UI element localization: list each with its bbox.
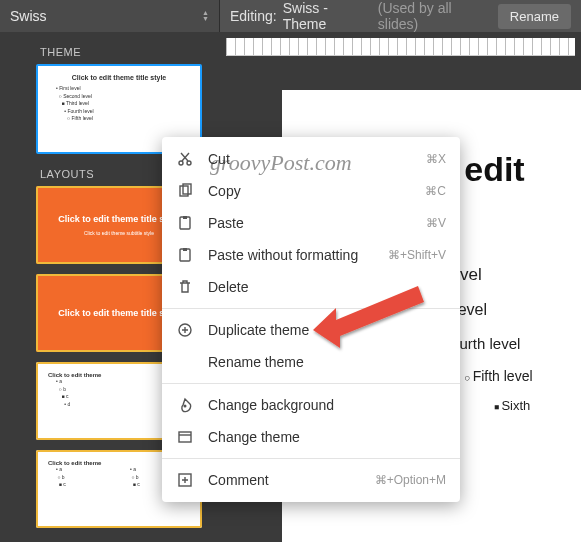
context-menu-item-delete[interactable]: Delete xyxy=(162,271,460,303)
context-menu-label: Paste without formatting xyxy=(208,247,374,263)
horizontal-ruler[interactable] xyxy=(226,38,575,56)
context-menu-item-copy[interactable]: Copy⌘C xyxy=(162,175,460,207)
theme-icon xyxy=(176,428,194,446)
context-menu-item-duplicate-theme[interactable]: Duplicate theme xyxy=(162,314,460,346)
bullet-level-5[interactable]: Fifth level xyxy=(464,368,581,384)
context-menu-shortcut: ⌘+Shift+V xyxy=(388,248,446,262)
thumb-title: Click to edit theme title style xyxy=(48,74,190,81)
svg-point-1 xyxy=(187,161,191,165)
context-menu-item-paste[interactable]: Paste⌘V xyxy=(162,207,460,239)
chevron-updown-icon: ▲▼ xyxy=(202,10,209,22)
bullet-level-6[interactable]: Sixth xyxy=(494,398,581,413)
context-menu-shortcut: ⌘+Option+M xyxy=(375,473,446,487)
context-menu-separator xyxy=(162,308,460,309)
thumb-bullets: • a ○ b ■ c xyxy=(48,466,116,489)
editing-header: Editing: Swiss - Theme (Used by all slid… xyxy=(220,0,581,32)
editing-prefix: Editing: xyxy=(230,8,277,24)
context-menu-item-rename-theme[interactable]: Rename theme xyxy=(162,346,460,378)
theme-selector[interactable]: Swiss ▲▼ xyxy=(0,0,220,32)
bg-icon xyxy=(176,396,194,414)
paste-icon xyxy=(176,214,194,232)
context-menu-label: Rename theme xyxy=(208,354,446,370)
theme-section-label: THEME xyxy=(0,42,220,64)
context-menu-label: Change theme xyxy=(208,429,446,445)
context-menu-label: Paste xyxy=(208,215,412,231)
theme-selector-label: Swiss xyxy=(10,8,47,24)
svg-point-9 xyxy=(184,405,187,408)
paste-icon xyxy=(176,246,194,264)
svg-rect-10 xyxy=(179,432,191,442)
comment-icon xyxy=(176,471,194,489)
dupe-icon xyxy=(176,321,194,339)
context-menu-item-cut[interactable]: Cut⌘X xyxy=(162,143,460,175)
context-menu-shortcut: ⌘X xyxy=(426,152,446,166)
context-menu-shortcut: ⌘C xyxy=(425,184,446,198)
blank-icon xyxy=(176,353,194,371)
svg-rect-5 xyxy=(183,216,187,219)
context-menu-item-change-theme[interactable]: Change theme xyxy=(162,421,460,453)
context-menu-item-comment[interactable]: Comment⌘+Option+M xyxy=(162,464,460,496)
editing-title: Swiss - Theme xyxy=(283,0,372,32)
context-menu-separator xyxy=(162,458,460,459)
delete-icon xyxy=(176,278,194,296)
thumb-bullets: • First level ○ Second level ■ Third lev… xyxy=(48,85,190,123)
context-menu-label: Cut xyxy=(208,151,412,167)
rename-button[interactable]: Rename xyxy=(498,4,571,29)
context-menu-shortcut: ⌘V xyxy=(426,216,446,230)
context-menu-label: Comment xyxy=(208,472,361,488)
context-menu: Cut⌘XCopy⌘CPaste⌘VPaste without formatti… xyxy=(162,137,460,502)
svg-point-0 xyxy=(179,161,183,165)
svg-rect-7 xyxy=(183,248,187,251)
context-menu-label: Change background xyxy=(208,397,446,413)
context-menu-label: Duplicate theme xyxy=(208,322,446,338)
context-menu-label: Copy xyxy=(208,183,411,199)
copy-icon xyxy=(176,182,194,200)
context-menu-item-change-background[interactable]: Change background xyxy=(162,389,460,421)
editing-detail: (Used by all slides) xyxy=(378,0,492,32)
context-menu-item-paste-without-formatting[interactable]: Paste without formatting⌘+Shift+V xyxy=(162,239,460,271)
cut-icon xyxy=(176,150,194,168)
context-menu-label: Delete xyxy=(208,279,446,295)
context-menu-separator xyxy=(162,383,460,384)
